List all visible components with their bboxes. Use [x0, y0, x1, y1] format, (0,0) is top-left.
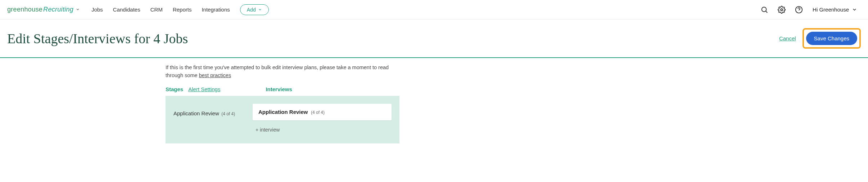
header-actions: Cancel Save Changes — [779, 28, 861, 49]
add-interview-button[interactable]: + interview — [253, 127, 392, 133]
primary-nav: Jobs Candidates CRM Reports Integrations — [91, 6, 230, 13]
gear-icon[interactable] — [777, 5, 787, 15]
best-practices-link[interactable]: best practices — [199, 72, 231, 78]
interview-column: Application Review (4 of 4) + interview — [253, 104, 392, 133]
main-content: If this is the first time you've attempt… — [0, 58, 868, 158]
page-header: Edit Stages/Interviews for 4 Jobs Cancel… — [0, 19, 868, 58]
chevron-down-icon — [76, 7, 80, 12]
user-menu[interactable]: Hi Greenhouse — [813, 6, 857, 13]
cancel-link[interactable]: Cancel — [779, 35, 796, 41]
svg-point-0 — [762, 7, 767, 12]
brand-switcher[interactable]: greenhouse Recruiting — [7, 6, 80, 13]
tab-interviews[interactable]: Interviews — [266, 86, 292, 92]
tab-stages[interactable]: Stages — [166, 86, 183, 92]
page-title: Edit Stages/Interviews for 4 Jobs — [7, 31, 188, 46]
stage-name: Application Review — [173, 110, 219, 116]
add-button[interactable]: Add — [240, 4, 269, 15]
stage-count: (4 of 4) — [221, 111, 235, 116]
chevron-down-icon — [852, 7, 857, 12]
top-nav: greenhouse Recruiting Jobs Candidates CR… — [0, 0, 868, 19]
nav-candidates[interactable]: Candidates — [113, 6, 140, 13]
nav-integrations[interactable]: Integrations — [202, 6, 230, 13]
interview-card[interactable]: Application Review (4 of 4) — [253, 104, 392, 120]
search-icon[interactable] — [759, 5, 769, 15]
help-icon[interactable] — [794, 5, 804, 15]
user-greeting-label: Hi Greenhouse — [813, 6, 849, 13]
svg-point-2 — [781, 9, 783, 11]
intro-text: If this is the first time you've attempt… — [166, 64, 399, 80]
nav-jobs[interactable]: Jobs — [91, 6, 103, 13]
add-button-label: Add — [247, 7, 256, 13]
svg-line-1 — [766, 11, 767, 13]
save-button[interactable]: Save Changes — [806, 32, 857, 45]
nav-crm[interactable]: CRM — [150, 6, 163, 13]
stage-column: Application Review (4 of 4) — [173, 104, 242, 117]
save-highlight: Save Changes — [803, 28, 861, 49]
brand-greenhouse: greenhouse — [7, 6, 42, 13]
brand-recruiting: Recruiting — [43, 6, 73, 13]
nav-reports[interactable]: Reports — [173, 6, 192, 13]
interview-count: (4 of 4) — [311, 110, 325, 115]
tab-alert-settings[interactable]: Alert Settings — [188, 86, 220, 92]
interview-name: Application Review — [258, 109, 308, 115]
stage-panel: Application Review (4 of 4) Application … — [166, 96, 399, 143]
section-tabs: Stages Alert Settings Interviews — [166, 86, 399, 92]
chevron-down-icon — [258, 8, 262, 12]
